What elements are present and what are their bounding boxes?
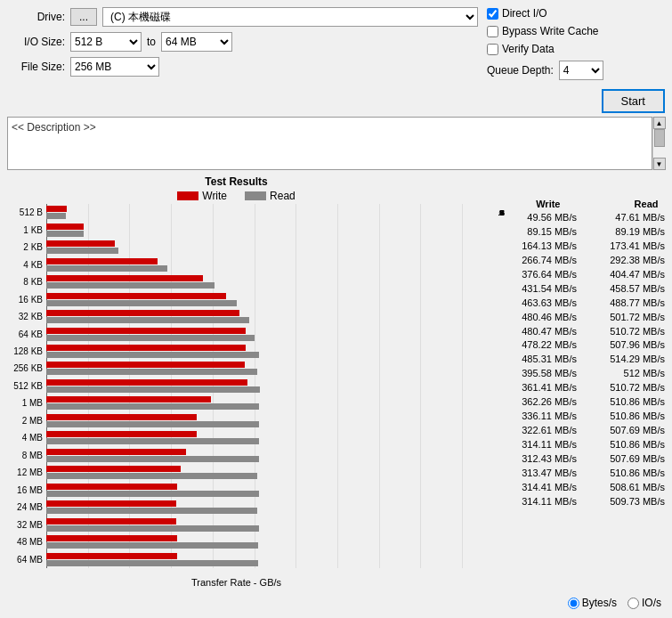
read-bar — [46, 282, 215, 289]
read-cell: 510.72 MB/s — [580, 381, 665, 395]
bar-pair — [46, 464, 462, 481]
direct-io-row: Direct I/O — [487, 7, 665, 20]
y-label: 512 KB — [7, 378, 46, 394]
write-cell: 431.54 MB/s — [492, 282, 577, 297]
x-tick: 1 — [498, 208, 503, 217]
io-size-to-select[interactable]: 64 MB — [161, 32, 232, 52]
bar-pair — [46, 516, 462, 533]
write-bar — [46, 275, 203, 281]
data-row: 431.54 MB/s458.57 MB/s — [469, 282, 665, 297]
write-bar — [46, 449, 186, 455]
io-radio[interactable] — [627, 598, 639, 609]
drive-select[interactable]: (C) 本機磁碟 — [102, 7, 478, 27]
y-label: 32 KB — [7, 308, 46, 325]
left-controls: Drive: ... (C) 本機磁碟 I/O Size: 512 B to 6… — [7, 7, 478, 113]
read-bar — [46, 231, 84, 237]
y-label: 256 KB — [7, 360, 46, 377]
start-button[interactable]: Start — [602, 89, 665, 113]
right-controls: Direct I/O Bypass Write Cache Verify Dat… — [487, 7, 665, 113]
legend-write: Write — [177, 190, 227, 202]
write-cell: 480.47 MB/s — [492, 325, 577, 339]
data-table: Write Read 49.56 MB/s47.61 MB/s89.15 MB/… — [469, 174, 665, 591]
write-bar — [46, 431, 197, 437]
description-section: << Description >> ▲ ▼ — [7, 117, 665, 170]
write-bar — [46, 206, 67, 212]
write-cell: 336.11 MB/s — [492, 410, 577, 424]
read-cell: 404.47 MB/s — [580, 268, 665, 282]
write-cell: 312.43 MB/s — [492, 452, 577, 467]
read-cell: 510.86 MB/s — [580, 438, 665, 452]
verify-data-row: Verify Data — [487, 43, 665, 55]
scroll-down-arrow[interactable]: ▼ — [653, 158, 666, 170]
write-bar — [46, 362, 245, 368]
results-section: Test Results Write Read — [7, 174, 665, 591]
scroll-up-arrow[interactable]: ▲ — [653, 117, 666, 129]
description-text: << Description >> — [8, 118, 652, 137]
read-bar — [46, 491, 259, 497]
read-bar — [46, 300, 237, 306]
data-row: 361.41 MB/s510.72 MB/s — [469, 381, 665, 395]
verify-data-checkbox[interactable] — [487, 44, 498, 55]
data-row: 480.46 MB/s501.72 MB/s — [469, 311, 665, 325]
write-bar — [46, 414, 197, 420]
bar-pair — [46, 290, 462, 307]
data-row: 164.13 MB/s173.41 MB/s — [469, 240, 665, 254]
write-cell: 89.15 MB/s — [492, 225, 577, 240]
read-bar — [46, 438, 259, 444]
y-label: 2 MB — [7, 412, 46, 429]
queue-depth-select[interactable]: 4 — [559, 61, 603, 80]
write-legend-color — [177, 191, 198, 200]
read-bar — [46, 525, 259, 532]
write-cell: 463.63 MB/s — [492, 297, 577, 311]
write-bar — [46, 224, 84, 230]
drive-browse-button[interactable]: ... — [70, 8, 97, 26]
write-cell: 361.41 MB/s — [492, 381, 577, 395]
io-size-from-select[interactable]: 512 B — [70, 32, 142, 52]
read-header: Read — [574, 199, 659, 209]
data-row: 314.11 MB/s509.73 MB/s — [469, 495, 665, 509]
write-bar — [46, 293, 226, 299]
scroll-thumb[interactable] — [654, 129, 665, 147]
chart-body: 512 B1 KB2 KB4 KB8 KB16 KB32 KB64 KB128 … — [7, 204, 466, 595]
chart-inner — [46, 204, 462, 568]
file-size-select[interactable]: 256 MB — [70, 57, 159, 77]
write-bar — [46, 379, 247, 386]
data-row: 314.41 MB/s508.61 MB/s — [469, 481, 665, 495]
write-cell: 314.11 MB/s — [492, 495, 577, 509]
read-cell: 89.19 MB/s — [580, 225, 665, 240]
y-label: 2 KB — [7, 239, 46, 256]
data-row: 463.63 MB/s488.77 MB/s — [469, 297, 665, 311]
y-label: 512 B — [7, 204, 46, 221]
bar-pair — [46, 378, 462, 394]
bar-pair — [46, 482, 462, 499]
y-label: 1 KB — [7, 221, 46, 238]
read-bar — [46, 508, 257, 514]
write-header: Write — [476, 199, 561, 209]
description-scrollbar: ▲ ▼ — [652, 117, 665, 170]
read-cell: 507.69 MB/s — [580, 424, 665, 438]
legend-write-label: Write — [202, 190, 227, 202]
queue-depth-row: Queue Depth: 4 — [487, 61, 665, 80]
read-cell: 512 MB/s — [580, 367, 665, 381]
write-bar — [46, 396, 211, 403]
write-bar — [46, 484, 177, 490]
bytes-radio[interactable] — [568, 598, 579, 609]
drive-row: Drive: ... (C) 本機磁碟 — [7, 7, 478, 27]
bypass-cache-checkbox[interactable] — [487, 26, 498, 37]
read-bar — [46, 335, 255, 341]
write-cell: 362.26 MB/s — [492, 395, 577, 410]
write-cell: 49.56 MB/s — [492, 211, 577, 225]
read-bar — [46, 473, 257, 479]
y-label: 12 MB — [7, 464, 46, 481]
bar-pair — [46, 412, 462, 429]
write-bar — [46, 535, 177, 541]
bar-pair — [46, 239, 462, 256]
verify-data-label: Verify Data — [502, 43, 555, 55]
write-cell: 395.58 MB/s — [492, 367, 577, 381]
read-cell: 507.69 MB/s — [580, 452, 665, 467]
bar-pair — [46, 533, 462, 550]
read-cell: 292.38 MB/s — [580, 254, 665, 268]
write-cell: 164.13 MB/s — [492, 240, 577, 254]
direct-io-checkbox[interactable] — [487, 8, 498, 20]
file-size-row: File Size: 256 MB — [7, 57, 478, 77]
